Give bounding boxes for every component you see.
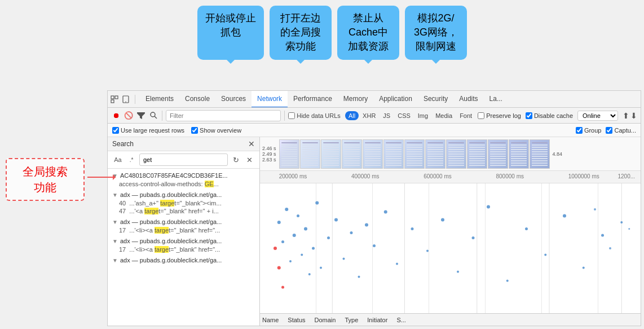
device-icon[interactable] [121, 95, 130, 104]
search-options-row: Aa .* ↻ ✕ [108, 151, 259, 169]
tooltip-area: 开始或停止 抓包 打开左边 的全局搜 索功能 禁止从 Cache中 加载资源 模… [186, 6, 644, 60]
tab-la[interactable]: La... [484, 91, 508, 108]
scatter-chart [260, 183, 641, 313]
tooltip-search: 打开左边 的全局搜 索功能 [270, 6, 332, 60]
use-large-rows-label[interactable]: Use large request rows [112, 127, 184, 134]
inspect-icon[interactable] [110, 95, 119, 104]
screenshot-thumb-13[interactable] [530, 139, 550, 169]
search-close-button[interactable]: ✕ [248, 139, 255, 148]
tab-bar: Elements Console Sources Network Perform… [108, 91, 641, 108]
right-options: Group Captu... [576, 127, 636, 134]
filter-css-btn[interactable]: CSS [394, 111, 414, 120]
search-result-match-2a[interactable]: 40 ...'ash_a+'' target="_blank"><im... [110, 199, 257, 207]
network-toolbar: ⏺ 🚫 Hide data URLs All XHR JS CSS Img Me… [108, 108, 641, 124]
group-label[interactable]: Group [576, 127, 602, 134]
disable-cache-label[interactable]: Disable cache [526, 112, 573, 119]
filter-img-btn[interactable]: Img [414, 111, 431, 120]
tab-memory[interactable]: Memory [338, 91, 373, 108]
hide-data-urls-checkbox[interactable] [288, 112, 295, 119]
tick-1200000: 1200... [618, 173, 636, 179]
screenshot-thumbs: 2.46 s 2.49 s 2.63 s [262, 138, 562, 170]
screenshot-thumb-4[interactable] [342, 139, 362, 169]
svg-point-5 [151, 112, 155, 117]
tab-elements[interactable]: Elements [140, 91, 179, 108]
tab-console[interactable]: Console [179, 91, 215, 108]
match-case-button[interactable]: Aa [112, 154, 123, 165]
svg-point-32 [396, 263, 398, 265]
filter-type-buttons: All XHR JS CSS Img Media Font [345, 111, 475, 120]
screenshot-thumb-10[interactable] [467, 139, 487, 169]
filter-all-btn[interactable]: All [345, 111, 359, 120]
col-type: Type [345, 317, 358, 323]
preserve-log-label[interactable]: Preserve log [478, 112, 521, 119]
disable-cache-checkbox[interactable] [526, 112, 532, 119]
tick-600000: 600000 ms [424, 173, 451, 179]
record-button[interactable]: ⏺ [111, 111, 121, 121]
screenshot-thumb-5[interactable] [363, 139, 383, 169]
capture-checkbox[interactable] [606, 127, 612, 134]
export-button[interactable]: ⬇ [630, 111, 637, 120]
svg-point-46 [274, 247, 277, 250]
tooltip-record: 开始或停止 抓包 [197, 6, 264, 60]
screenshot-thumb-11[interactable] [488, 139, 508, 169]
svg-point-20 [308, 273, 311, 275]
svg-point-31 [384, 210, 387, 214]
svg-point-38 [487, 205, 490, 208]
screenshot-thumb-3[interactable] [321, 139, 341, 169]
screenshot-thumb-12[interactable] [509, 139, 529, 169]
filter-font-btn[interactable]: Font [456, 111, 475, 120]
filter-media-btn[interactable]: Media [432, 111, 456, 120]
screenshot-thumb-1[interactable] [279, 139, 299, 169]
import-button[interactable]: ⬆ [623, 111, 629, 120]
filter-js-btn[interactable]: JS [380, 111, 394, 120]
search-cancel-button[interactable]: ✕ [244, 154, 255, 165]
search-result-url-2[interactable]: ▼ adx — pubads.g.doubleclick.net/ga... [110, 190, 257, 199]
tab-sources[interactable]: Sources [215, 91, 252, 108]
capture-label[interactable]: Captu... [606, 127, 636, 134]
tab-audits[interactable]: Audits [453, 91, 483, 108]
tab-performance[interactable]: Performance [288, 91, 338, 108]
search-result-match-3[interactable]: 17 ...'<li><a target="_blank" href="... [110, 226, 257, 234]
svg-point-15 [289, 260, 292, 262]
whole-word-button[interactable]: .* [126, 154, 137, 165]
col-domain: Domain [315, 317, 336, 323]
preserve-log-checkbox[interactable] [478, 112, 484, 119]
group-checkbox[interactable] [576, 127, 583, 134]
tick-800000: 800000 ms [496, 173, 524, 179]
search-result-match-2b[interactable]: 47 ...'<a target="_blank" href='' + i... [110, 207, 257, 215]
tab-network[interactable]: Network [252, 91, 288, 108]
hide-data-urls-label[interactable]: Hide data URLs [288, 112, 341, 119]
use-large-rows-checkbox[interactable] [112, 127, 119, 134]
search-refresh-button[interactable]: ↻ [230, 154, 241, 165]
filter-toggle-button[interactable] [136, 111, 146, 121]
search-result-match-1[interactable]: access-control-allow-methods: GE... [110, 180, 257, 188]
tick-200000: 200000 ms [279, 173, 307, 179]
stop-button[interactable]: 🚫 [123, 111, 134, 121]
screenshot-thumb-2[interactable] [300, 139, 320, 169]
waterfall-timeline: 200000 ms 400000 ms 600000 ms 800000 ms … [260, 171, 641, 183]
svg-point-18 [301, 254, 303, 256]
filter-input[interactable] [166, 110, 281, 121]
tab-application[interactable]: Application [373, 91, 418, 108]
main-content: Search ✕ Aa .* ↻ ✕ ▼ AC48018C07F85FAE4C9… [108, 137, 641, 326]
throttle-select[interactable]: Online Slow 3G Fast 3G Offline [577, 111, 618, 121]
tab-security[interactable]: Security [418, 91, 453, 108]
search-result-match-4[interactable]: 17 ...'<li><a target="_blank" href="... [110, 245, 257, 253]
search-input[interactable] [139, 153, 228, 166]
filter-xhr-btn[interactable]: XHR [359, 111, 379, 120]
screenshot-thumb-8[interactable] [425, 139, 445, 169]
svg-point-27 [350, 231, 353, 234]
tick-400000: 400000 ms [351, 173, 379, 179]
screenshot-thumb-9[interactable] [446, 139, 466, 169]
show-overview-label[interactable]: Show overview [191, 127, 241, 134]
search-button[interactable] [148, 111, 158, 121]
screenshot-thumb-7[interactable] [404, 139, 425, 169]
search-result-url-3[interactable]: ▼ adx — pubads.g.doubleclick.net/ga... [110, 217, 257, 226]
search-result-group-5: ▼ adx — pubads.g.doubleclick.net/ga... [110, 256, 257, 265]
show-overview-checkbox[interactable] [191, 127, 198, 134]
search-result-url-1[interactable]: ▼ AC48018C07F85FAE4C9CDB36F1E... [110, 171, 257, 180]
search-result-url-4[interactable]: ▼ adx — pubads.g.doubleclick.net/ga... [110, 236, 257, 245]
svg-point-23 [320, 267, 322, 269]
search-result-url-5[interactable]: ▼ adx — pubads.g.doubleclick.net/ga... [110, 256, 257, 265]
screenshot-thumb-6[interactable] [383, 139, 404, 169]
